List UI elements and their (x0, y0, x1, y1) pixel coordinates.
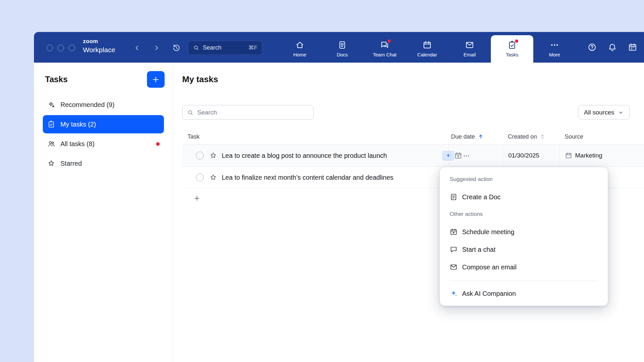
sidebar-item-starred[interactable]: Starred (43, 154, 164, 173)
date-picker-button[interactable] (628, 43, 637, 52)
sidebar: Tasks Recommended (9) My tasks (2) (34, 63, 173, 362)
menu-item-label: Ask AI Companion (462, 290, 516, 297)
ai-sparkle-icon (445, 153, 452, 159)
menu-item-schedule-meeting[interactable]: Schedule meeting (440, 223, 608, 241)
back-button[interactable] (132, 43, 142, 53)
sidebar-item-recommended[interactable]: Recommended (9) (43, 96, 164, 114)
zoom-logo-text: zoom (83, 38, 115, 44)
source-label: Marketing (575, 152, 602, 159)
task-cell: Lea to create a blog post to announce th… (182, 145, 448, 166)
ai-sparkle-icon (450, 290, 458, 297)
sparkle-icon (47, 101, 55, 109)
nav-item-team-chat[interactable]: Team Chat (363, 35, 406, 63)
main-nav: Home Docs Team Chat Calendar (279, 35, 576, 63)
calendar-icon (565, 152, 572, 159)
chevron-down-icon (618, 110, 624, 115)
sources-filter-label: All sources (584, 109, 614, 116)
history-button[interactable] (171, 43, 182, 53)
task-title[interactable]: Lea to finalize next month’s content cal… (222, 174, 394, 181)
star-icon (47, 159, 55, 167)
task-checkbox[interactable] (196, 173, 204, 181)
global-search-placeholder: Search (203, 44, 221, 51)
column-header-due-date[interactable]: Due date (448, 133, 503, 140)
sidebar-title: Tasks (45, 75, 68, 84)
topbar-right-icons (588, 32, 637, 63)
nav-item-more[interactable]: More (533, 35, 576, 63)
table-header: Task Due date Created on Source (182, 129, 644, 145)
task-title[interactable]: Lea to create a blog post to announce th… (222, 152, 387, 159)
search-icon (193, 45, 199, 51)
topbar: zoom Workplace Search ⌘F Home (34, 32, 644, 63)
calendar-plus-icon (450, 228, 458, 236)
menu-item-label: Compose an email (462, 264, 517, 271)
task-row[interactable]: Lea to create a blog post to announce th… (182, 145, 644, 167)
task-search-input[interactable] (197, 109, 309, 116)
sort-asc-icon (477, 133, 484, 140)
nav-item-docs[interactable]: Docs (321, 35, 363, 63)
zoom-workplace-logo: zoom Workplace (83, 38, 115, 53)
help-icon (588, 43, 597, 52)
task-checkbox[interactable] (196, 152, 204, 159)
nav-item-calendar[interactable]: Calendar (406, 35, 448, 63)
window-controls (46, 45, 75, 51)
notifications-button[interactable] (608, 43, 617, 52)
created-date: 01/30/2025 (508, 152, 539, 159)
star-icon[interactable] (209, 152, 217, 159)
sources-filter[interactable]: All sources (578, 105, 630, 120)
nav-label: Home (293, 52, 306, 57)
column-header-task[interactable]: Task (182, 133, 448, 140)
column-header-source[interactable]: Source (559, 133, 644, 140)
nav-item-email[interactable]: Email (448, 35, 491, 63)
sidebar-list: Recommended (9) My tasks (2) All tasks (… (34, 96, 173, 173)
forward-button[interactable] (151, 43, 162, 53)
doc-icon (450, 193, 458, 201)
menu-item-create-doc[interactable]: Create a Doc (440, 188, 608, 206)
source-cell: Marketing (559, 145, 644, 166)
nav-item-home[interactable]: Home (279, 35, 321, 63)
menu-item-label: Schedule meeting (462, 228, 514, 236)
sidebar-item-label: My tasks (2) (60, 121, 96, 128)
global-search[interactable]: Search ⌘F (188, 41, 262, 55)
envelope-icon (450, 263, 458, 271)
ellipsis-icon (463, 152, 470, 159)
task-search-field[interactable] (182, 105, 314, 120)
notification-dot (388, 39, 391, 43)
page-title: My tasks (182, 74, 644, 84)
task-cell: Lea to finalize next month’s content cal… (182, 167, 448, 188)
window-control-zoom[interactable] (69, 45, 75, 51)
menu-divider (450, 280, 598, 281)
more-actions-button[interactable] (460, 151, 472, 161)
star-icon[interactable] (209, 173, 217, 181)
more-icon (550, 40, 559, 50)
chat-icon (450, 246, 458, 253)
window-control-minimize[interactable] (57, 45, 64, 51)
help-button[interactable] (588, 43, 597, 52)
menu-item-label: Create a Doc (462, 193, 501, 201)
menu-item-ask-ai-companion[interactable]: Ask AI Companion (440, 285, 608, 302)
tasks-icon (507, 40, 517, 50)
sidebar-header: Tasks (45, 71, 165, 88)
workplace-logo-text: Workplace (83, 46, 115, 53)
sidebar-item-all-tasks[interactable]: All tasks (8) (43, 135, 164, 153)
column-header-created-on[interactable]: Created on (503, 133, 559, 140)
sidebar-item-label: Starred (60, 160, 82, 167)
nav-item-tasks[interactable]: Tasks (491, 35, 533, 63)
due-date-cell[interactable] (448, 145, 503, 166)
sidebar-item-my-tasks[interactable]: My tasks (2) (43, 115, 164, 133)
created-on-cell: 01/30/2025 (503, 145, 559, 166)
nav-label: Docs (337, 52, 348, 57)
search-icon (187, 109, 194, 116)
menu-item-label: Start a chat (462, 246, 495, 253)
menu-item-start-chat[interactable]: Start a chat (440, 241, 608, 258)
ai-companion-button[interactable] (442, 151, 454, 161)
menu-item-compose-email[interactable]: Compose an email (440, 258, 608, 276)
calendar-icon (423, 40, 432, 50)
nav-label: Email (463, 52, 476, 57)
sidebar-item-label: All tasks (8) (60, 140, 94, 148)
menu-section-label-other: Other actions (440, 209, 608, 220)
notification-dot (515, 39, 518, 43)
nav-label: Calendar (417, 52, 437, 57)
add-task-button[interactable] (147, 71, 165, 88)
window-control-close[interactable] (46, 45, 53, 51)
search-shortcut: ⌘F (249, 44, 257, 51)
